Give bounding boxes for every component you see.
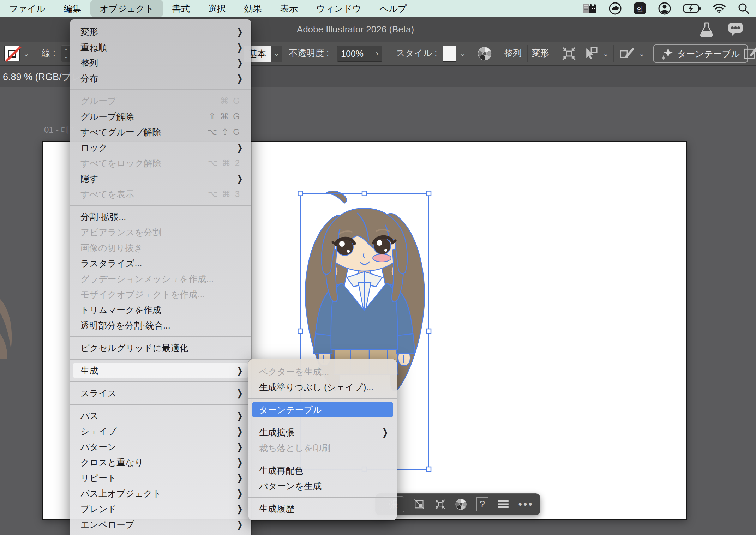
- menubar-item-default[interactable]: ファイル: [0, 0, 54, 17]
- recolor-artwork-control[interactable]: [477, 42, 492, 65]
- object-menu-item[interactable]: 分割·拡張...: [70, 209, 251, 224]
- menubar-item-default[interactable]: ウィンドウ: [307, 0, 371, 17]
- opacity-field-wrap[interactable]: 100% ›: [337, 42, 382, 65]
- object-menu-item[interactable]: ブレンド❯: [70, 501, 251, 517]
- object-menu-item[interactable]: スライス❯: [70, 385, 251, 401]
- object-menu-item[interactable]: パス❯: [70, 408, 251, 423]
- battery-icon[interactable]: [683, 4, 701, 13]
- transform-panel-link[interactable]: 変形: [532, 42, 549, 65]
- fill-none-swatch[interactable]: [4, 46, 20, 61]
- object-menu-item[interactable]: パターン❯: [70, 439, 251, 455]
- menubar-item-active[interactable]: オブジェクト: [90, 0, 163, 17]
- object-menu-item[interactable]: ピクセルグリッドに最適化: [70, 340, 251, 356]
- menu-item-label: 生成拡張: [259, 427, 382, 438]
- object-menu-item[interactable]: パス上オブジェクト❯: [70, 486, 251, 501]
- illustrator-window: 6.89 % (RGB/プレビ 01 - 대지: [0, 0, 756, 535]
- object-menu-item[interactable]: 生成❯: [73, 363, 248, 378]
- generate-submenu-item[interactable]: ターンテーブル: [252, 402, 393, 417]
- menu-item-shortcut: ⌘ G: [220, 96, 241, 106]
- edit-shape-button[interactable]: ⌄: [619, 42, 645, 65]
- object-menu-item[interactable]: すべてグループ解除⌥ ⇧ G: [70, 124, 251, 140]
- creative-cloud-icon[interactable]: [608, 2, 622, 15]
- menu-item-label: 裁ち落としを印刷: [259, 442, 388, 454]
- object-menu-item[interactable]: 整列❯: [70, 55, 251, 71]
- object-menu-item[interactable]: トリムマークを作成: [70, 302, 251, 318]
- select-similar-button[interactable]: ⌄: [583, 42, 609, 65]
- menu-item-label: パス上オブジェクト: [80, 488, 236, 499]
- menubar-item-default[interactable]: 効果: [235, 0, 271, 17]
- menu-lines-icon[interactable]: [498, 499, 509, 510]
- style-swatch[interactable]: [443, 46, 456, 62]
- submenu-arrow-icon: ❯: [236, 73, 243, 84]
- fill-control[interactable]: ⌄: [4, 42, 29, 65]
- menu-item-label: ロック: [80, 142, 236, 154]
- menubar-item-default[interactable]: 選択: [199, 0, 235, 17]
- color-wheel-icon[interactable]: [455, 497, 467, 511]
- menubar-item-default[interactable]: 編集: [54, 0, 90, 17]
- chevron-down-icon[interactable]: ⌄: [639, 49, 645, 58]
- wifi-icon[interactable]: [713, 4, 726, 13]
- hide-image-icon[interactable]: [414, 498, 425, 511]
- isolate-object-button[interactable]: [561, 42, 577, 65]
- color-wheel-icon[interactable]: [477, 46, 492, 61]
- menu-separator: [70, 336, 251, 337]
- artboard-tool-button[interactable]: [744, 42, 756, 65]
- object-menu-item[interactable]: ロック❯: [70, 140, 251, 155]
- object-menu-item[interactable]: グループ解除⇧ ⌘ G: [70, 109, 251, 124]
- generate-submenu-item[interactable]: 生成拡張❯: [248, 425, 397, 440]
- menu-item-label: 透明部分を分割·統合...: [80, 320, 243, 331]
- menu-item-label: アピアランスを分割: [80, 227, 243, 238]
- chevron-down-icon[interactable]: ⌄: [23, 49, 29, 58]
- object-menu-item[interactable]: リピート❯: [70, 470, 251, 486]
- menu-item-label: すべてを表示: [80, 188, 208, 200]
- user-account-icon[interactable]: [658, 2, 671, 15]
- object-menu-item[interactable]: 透明部分を分割·統合...: [70, 318, 251, 333]
- menu-item-label: すべてグループ解除: [80, 126, 207, 138]
- beta-flask-icon[interactable]: [700, 22, 714, 37]
- chevron-down-icon[interactable]: ⌄: [271, 46, 282, 62]
- menubar-item-default[interactable]: 書式: [163, 0, 199, 17]
- menu-item-label: トリムマークを作成: [80, 304, 243, 316]
- submenu-arrow-icon: ❯: [236, 441, 243, 452]
- turntable-button[interactable]: ターンテーブル: [653, 44, 748, 63]
- opacity-label[interactable]: 不透明度 :: [289, 47, 329, 60]
- menu-item-label: 変形: [80, 26, 236, 38]
- transform-label: 変形: [532, 47, 549, 60]
- generate-submenu-item[interactable]: パターンを生成: [248, 478, 397, 494]
- menu-item-label: グループ: [80, 95, 220, 107]
- menu-item-label: クロスと重なり: [80, 457, 236, 468]
- object-menu-item[interactable]: 隠す❯: [70, 171, 251, 186]
- chevron-down-icon[interactable]: ⌄: [603, 49, 609, 58]
- opacity-arrow-icon[interactable]: ›: [376, 49, 378, 58]
- stroke-label[interactable]: 線 :: [42, 47, 55, 60]
- style-label[interactable]: スタイル :: [396, 47, 437, 60]
- collapse-icon[interactable]: [434, 498, 446, 511]
- menubar-item-default[interactable]: ヘルプ: [371, 0, 416, 17]
- chevron-down-icon[interactable]: ⌄: [460, 49, 466, 58]
- menubar-item-default[interactable]: 表示: [271, 0, 307, 17]
- feedback-bubble-icon[interactable]: [728, 22, 743, 37]
- object-menu-item: すべてをロック解除⌥ ⌘ 2: [70, 155, 251, 171]
- menu-item-label: リピート: [80, 472, 236, 484]
- object-menu-item[interactable]: 重ね順❯: [70, 40, 251, 55]
- align-panel-link[interactable]: 整列: [504, 42, 522, 65]
- search-icon[interactable]: [738, 2, 750, 14]
- generate-submenu-item[interactable]: 生成塗りつぶし (シェイプ)...: [248, 379, 397, 395]
- menu-item-label: 生成履歴: [259, 503, 388, 515]
- generate-submenu-item[interactable]: 生成再配色: [248, 463, 397, 478]
- generate-submenu-item[interactable]: 生成履歴: [248, 501, 397, 516]
- help-button[interactable]: ?: [476, 497, 488, 511]
- menu-item-label: ターンテーブル: [259, 404, 388, 416]
- object-menu-item[interactable]: クロスと重なり❯: [70, 455, 251, 470]
- artboard-tab-label[interactable]: 01 - 대지: [44, 124, 74, 136]
- turntable-control[interactable]: ターンテーブル: [653, 42, 748, 65]
- object-menu-item[interactable]: 分布❯: [70, 71, 251, 86]
- input-source-icon[interactable]: 한: [634, 2, 646, 14]
- opacity-input[interactable]: 100% ›: [337, 46, 382, 62]
- object-menu-item[interactable]: ラスタライズ...: [70, 256, 251, 271]
- generate-submenu-item: 裁ち落としを印刷: [248, 440, 397, 456]
- object-menu-item[interactable]: 変形❯: [70, 24, 251, 40]
- pixel-cat-app-icon[interactable]: [582, 3, 596, 14]
- object-menu-item[interactable]: エンベロープ❯: [70, 517, 251, 532]
- object-menu-item[interactable]: シェイプ❯: [70, 423, 251, 439]
